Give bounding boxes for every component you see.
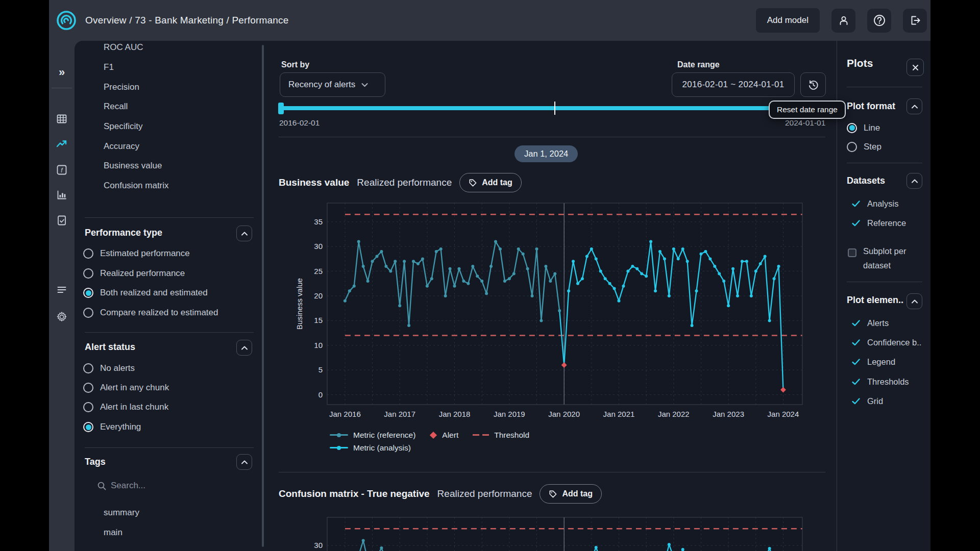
date-range-input[interactable]: 2016-02-01 ~ 2024-01-01	[672, 72, 795, 97]
alert-diamond-swatch	[430, 431, 437, 438]
radio-both-realized-and-estimated[interactable]: Both realized and estimated	[83, 286, 208, 299]
svg-text:Jan 2019: Jan 2019	[494, 410, 525, 418]
breadcrumb[interactable]: Overview / 73 - Bank Marketing / Perform…	[85, 15, 288, 26]
svg-text:Jan 2024: Jan 2024	[768, 410, 799, 418]
dataset-reference-toggle[interactable]: Reference	[852, 217, 906, 230]
radio-step-format[interactable]: Step	[847, 140, 881, 153]
sort-by-dropdown[interactable]: Recency of alerts	[280, 72, 385, 97]
chart-svg: 05101520253035Jan 2016Jan 2017Jan 2018Ja…	[292, 200, 813, 422]
legend-item-threshold[interactable]: Threshold	[473, 431, 529, 440]
plot-format-header: Plot format	[847, 101, 895, 112]
user-icon	[838, 14, 850, 27]
divider	[279, 472, 825, 472]
divider	[847, 282, 922, 282]
metric-item-accuracy[interactable]: Accuracy	[104, 136, 169, 156]
radio-circle	[83, 363, 93, 373]
date-range-slider[interactable]	[279, 106, 825, 110]
element-thresholds-toggle[interactable]: Thresholds	[852, 375, 909, 388]
confusion-matrix-true-negative-chart[interactable]: 30	[292, 516, 813, 551]
settings-gear-icon[interactable]	[56, 311, 68, 323]
add-tag-button[interactable]: Add tag	[459, 173, 522, 192]
metric-item-business-value[interactable]: Business value	[104, 156, 169, 176]
tag-item-summary[interactable]: summary	[104, 508, 139, 518]
nannyml-logo-icon[interactable]	[56, 10, 77, 31]
metric-item-f1[interactable]: F1	[104, 58, 169, 78]
metric-item-precision[interactable]: Precision	[104, 77, 169, 97]
radio-realized-performance[interactable]: Realized performance	[83, 267, 185, 280]
collapse-alert-status-button[interactable]	[236, 340, 252, 356]
chart-subtitle: Realized performance	[437, 488, 532, 499]
expand-sidebar-icon[interactable]: »	[59, 66, 65, 79]
svg-text:Business value: Business value	[295, 278, 304, 330]
collapse-plot-format-button[interactable]	[906, 98, 922, 114]
selected-date-chip[interactable]: Jan 1, 2024	[514, 145, 578, 162]
rail-divider	[52, 88, 72, 88]
svg-text:10: 10	[314, 341, 323, 349]
user-profile-button[interactable]	[831, 9, 855, 33]
radio-line-format[interactable]: Line	[847, 121, 880, 134]
legend-item-analysis[interactable]: Metric (analysis)	[330, 443, 411, 453]
radio-circle	[847, 142, 857, 152]
divider	[85, 332, 254, 333]
svg-text:15: 15	[314, 316, 323, 324]
add-model-button[interactable]: Add model	[756, 8, 820, 33]
radio-everything[interactable]: Everything	[83, 420, 141, 434]
radio-circle-selected	[847, 123, 857, 133]
add-tag-label: Add tag	[562, 489, 593, 498]
radio-estimated-performance[interactable]: Estimated performance	[83, 247, 190, 260]
svg-text:5: 5	[318, 365, 323, 374]
logout-button[interactable]	[903, 9, 927, 33]
metric-item-confusion-matrix[interactable]: Confusion matrix	[104, 176, 169, 196]
metric-item-recall[interactable]: Recall	[104, 97, 169, 117]
collapse-performance-type-button[interactable]	[236, 226, 252, 241]
radio-circle	[83, 308, 93, 318]
metric-item-specificity[interactable]: Specificity	[104, 117, 169, 137]
svg-text:Jan 2022: Jan 2022	[658, 410, 690, 418]
chevron-up-icon	[912, 299, 918, 304]
radio-circle	[83, 268, 93, 279]
legend-item-alert[interactable]: Alert	[430, 431, 458, 440]
radio-compare-realized-to-estimated[interactable]: Compare realized to estimated	[83, 306, 218, 319]
subplot-per-dataset-checkbox[interactable]: Subplot per dataset	[848, 244, 920, 272]
legend-item-reference[interactable]: Metric (reference)	[330, 431, 415, 440]
chevron-up-icon	[241, 232, 248, 236]
add-tag-button[interactable]: Add tag	[540, 484, 602, 504]
slider-left-handle[interactable]	[278, 103, 284, 114]
radio-no-alerts[interactable]: No alerts	[83, 362, 135, 375]
function-icon[interactable]: f	[56, 164, 67, 176]
slider-current-position-marker[interactable]	[554, 102, 555, 115]
check-icon	[852, 379, 860, 385]
check-icon	[852, 201, 860, 207]
business-value-chart-header: Business value Realized performance Add …	[279, 172, 522, 193]
sidebar-scrollbar[interactable]	[262, 45, 264, 547]
close-plots-panel-button[interactable]	[906, 59, 924, 76]
element-grid-toggle[interactable]: Grid	[852, 395, 883, 408]
report-check-icon[interactable]	[56, 215, 67, 226]
performance-trend-icon[interactable]	[56, 138, 68, 151]
analysis-line-swatch	[330, 447, 348, 448]
radio-alert-in-last-chunk[interactable]: Alert in last chunk	[83, 400, 168, 414]
table-view-icon[interactable]	[56, 113, 67, 124]
element-confidence-bands-toggle[interactable]: Confidence b..	[852, 336, 921, 349]
tag-search	[97, 481, 213, 491]
tag-item-main[interactable]: main	[104, 528, 122, 538]
tag-search-input[interactable]	[111, 481, 213, 491]
element-legend-toggle[interactable]: Legend	[852, 356, 895, 368]
collapse-plot-elements-button[interactable]	[906, 293, 922, 309]
business-value-chart[interactable]: 05101520253035Jan 2016Jan 2017Jan 2018Ja…	[292, 200, 813, 422]
check-icon	[852, 320, 860, 327]
help-button[interactable]	[867, 9, 891, 33]
metric-item-roc-auc[interactable]: ROC AUC	[104, 41, 169, 58]
radio-alert-in-any-chunk[interactable]: Alert in any chunk	[83, 381, 169, 394]
reset-date-range-button[interactable]	[800, 72, 826, 97]
bar-chart-icon[interactable]	[56, 189, 67, 201]
svg-text:Jan 2023: Jan 2023	[713, 410, 744, 418]
collapse-datasets-button[interactable]	[906, 173, 922, 189]
performance-type-header: Performance type	[85, 228, 162, 238]
collapse-tags-button[interactable]	[236, 454, 252, 470]
element-alerts-toggle[interactable]: Alerts	[852, 317, 889, 330]
chevron-up-icon	[241, 346, 248, 350]
dataset-analysis-toggle[interactable]: Analysis	[852, 197, 898, 210]
logs-icon[interactable]	[56, 284, 67, 295]
chart-svg: 30	[292, 516, 813, 551]
